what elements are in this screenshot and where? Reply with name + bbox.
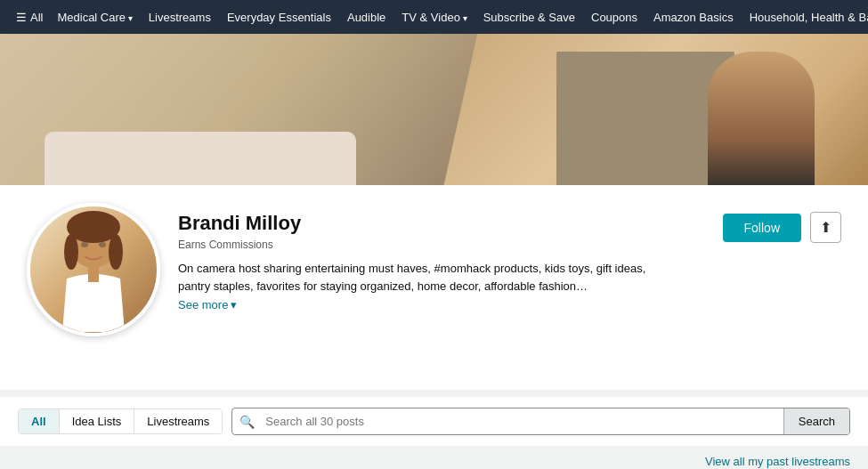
search-button[interactable]: Search xyxy=(783,408,849,434)
nav-link-medical-care[interactable]: Medical Care xyxy=(50,5,139,29)
nav-links: Medical Care Livestreams Everyday Essent… xyxy=(50,5,868,29)
view-all-livestreams-link[interactable]: View all my past livestreams xyxy=(18,455,850,468)
profile-section: Brandi Milloy Earns Commissions On camer… xyxy=(0,185,868,390)
nav-link-everyday-essentials[interactable]: Everyday Essentials xyxy=(220,5,338,29)
nav-link-audible[interactable]: Audible xyxy=(340,5,393,29)
svg-rect-6 xyxy=(88,266,99,282)
nav-link-household[interactable]: Household, Health & Baby Care xyxy=(742,5,868,29)
avatar-svg xyxy=(40,207,147,332)
see-more-button[interactable]: See more ▾ xyxy=(178,298,237,311)
profile-info: Brandi Milloy Earns Commissions On camer… xyxy=(178,203,705,311)
content-area: View all my past livestreams Previously … xyxy=(0,446,868,469)
tab-idea-lists[interactable]: Idea Lists xyxy=(60,409,135,433)
avatar xyxy=(27,203,160,336)
search-input[interactable] xyxy=(262,408,783,434)
svg-point-4 xyxy=(81,242,88,247)
profile-bio: On camera host sharing entertaining must… xyxy=(178,260,668,295)
all-menu-button[interactable]: ☰ All xyxy=(9,5,50,29)
share-icon: ⬆ xyxy=(820,219,831,236)
chevron-down-icon: ▾ xyxy=(231,298,237,311)
filter-tabs: All Idea Lists Livestreams xyxy=(18,408,223,434)
svg-point-2 xyxy=(64,234,78,270)
nav-link-livestreams[interactable]: Livestreams xyxy=(142,5,218,29)
search-wrapper: 🔍 Search xyxy=(231,408,850,435)
svg-point-3 xyxy=(109,234,123,270)
earns-commissions-label: Earns Commissions xyxy=(178,239,705,251)
hamburger-icon: ☰ xyxy=(16,11,27,24)
tab-livestreams[interactable]: Livestreams xyxy=(134,409,222,433)
tab-all[interactable]: All xyxy=(19,409,60,433)
follow-button[interactable]: Follow xyxy=(723,214,801,242)
nav-link-tv-video[interactable]: TV & Video xyxy=(394,5,474,29)
filter-bar: All Idea Lists Livestreams 🔍 Search xyxy=(0,397,868,446)
profile-actions: Follow ⬆ xyxy=(723,203,841,243)
top-navigation: ☰ All Medical Care Livestreams Everyday … xyxy=(0,0,868,34)
nav-link-subscribe-save[interactable]: Subscribe & Save xyxy=(476,5,582,29)
search-icon: 🔍 xyxy=(232,415,262,429)
share-button[interactable]: ⬆ xyxy=(810,212,841,243)
nav-link-coupons[interactable]: Coupons xyxy=(584,5,645,29)
profile-name: Brandi Milloy xyxy=(178,212,705,235)
profile-avatar-wrapper xyxy=(27,203,160,363)
svg-point-5 xyxy=(99,242,106,247)
nav-link-amazon-basics[interactable]: Amazon Basics xyxy=(646,5,741,29)
all-label: All xyxy=(30,11,43,24)
